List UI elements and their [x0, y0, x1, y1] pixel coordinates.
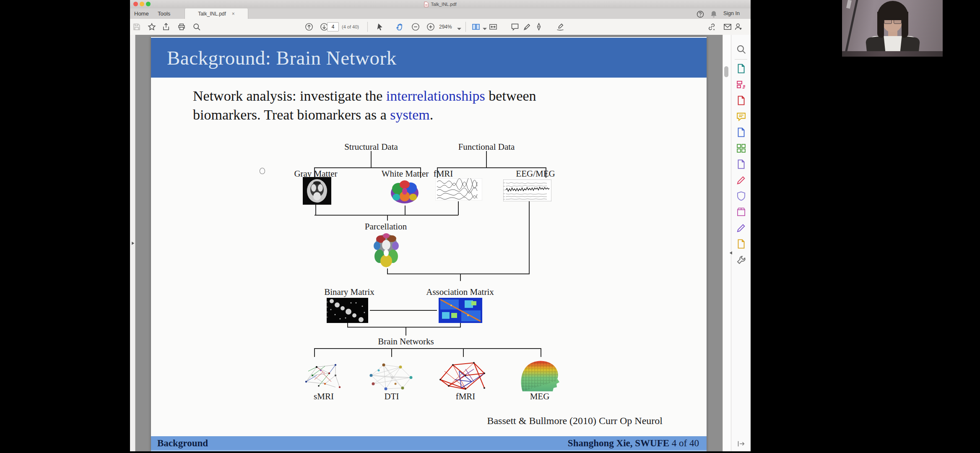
page-up-icon[interactable]: [305, 23, 313, 31]
zoom-in-icon[interactable]: [426, 23, 435, 31]
customize-icon[interactable]: [736, 255, 746, 265]
combine-files-icon[interactable]: [736, 143, 746, 154]
webcam-desk-shadow: [842, 51, 943, 57]
screen: Talk_INL.pdf Home Tools Talk_INL.pdf × S…: [0, 0, 980, 453]
search-tools-icon[interactable]: [736, 44, 746, 55]
vertical-scrollbar[interactable]: [723, 35, 731, 451]
tab-bar: Home Tools Talk_INL.pdf × Sign In: [130, 8, 751, 19]
slide-citation: Bassett & Bullmore (2010) Curr Op Neurol: [487, 415, 663, 427]
footer-author-page: Shanghong Xie, SWUFE 4 of 40: [568, 438, 699, 449]
fit-width-icon[interactable]: [489, 23, 497, 31]
minimize-window-button[interactable]: [140, 2, 144, 6]
rail-divider: [735, 59, 747, 60]
more-tools-icon[interactable]: [736, 239, 746, 249]
tab-close-icon[interactable]: ×: [232, 11, 235, 17]
page-view-icon[interactable]: [472, 23, 480, 31]
label-meg: MEG: [530, 391, 550, 402]
tripod-stand: [842, 0, 858, 57]
close-window-button[interactable]: [133, 2, 138, 6]
maximize-window-button[interactable]: [146, 2, 151, 6]
meg-head-image: [516, 359, 564, 392]
toolbar-divider: [367, 22, 368, 32]
tab-tools[interactable]: Tools: [158, 8, 170, 19]
select-arrow-icon[interactable]: [376, 23, 384, 31]
protect-icon[interactable]: [736, 191, 746, 201]
fill-sign-icon[interactable]: [736, 175, 746, 185]
webcam-overlay: [842, 0, 943, 57]
fmri-network-image: [436, 359, 495, 392]
window-title: Talk_INL.pdf: [431, 2, 456, 7]
scrollbar-thumb[interactable]: [724, 66, 728, 77]
zoom-level-dropdown[interactable]: 294%: [439, 24, 452, 30]
comment-icon[interactable]: [511, 23, 519, 31]
bell-icon[interactable]: [710, 10, 717, 17]
search-icon[interactable]: [192, 23, 201, 31]
person-add-icon[interactable]: [734, 23, 743, 31]
share-icon[interactable]: [162, 23, 170, 31]
label-dti: DTI: [385, 391, 399, 402]
envelope-icon[interactable]: [723, 23, 732, 31]
label-brain-networks: Brain Networks: [378, 336, 434, 347]
parcellation-image: [372, 232, 400, 268]
expand-panel-icon[interactable]: [737, 440, 744, 447]
page-count-label: (4 of 40): [342, 24, 359, 29]
page-number-input[interactable]: 4: [327, 22, 339, 31]
window-title-group: Talk_INL.pdf: [424, 2, 456, 7]
help-icon[interactable]: [696, 10, 703, 17]
tripod-head: [846, 0, 852, 9]
label-eeg-meg: EEG/MEG: [516, 169, 555, 179]
gray-matter-image: [303, 177, 331, 205]
pdf-page: Background: Brain Network Network analys…: [151, 37, 707, 451]
hand-cursor: [260, 168, 265, 174]
zoom-caret-icon[interactable]: [455, 25, 459, 29]
label-association-matrix: Association Matrix: [426, 287, 494, 297]
share-file-icon[interactable]: [736, 127, 746, 138]
tools-rail: [731, 35, 751, 451]
toolbar: 4 (4 of 40) 294%: [130, 19, 751, 35]
hand-tool-icon[interactable]: [395, 23, 404, 31]
footer-author: Shanghong Xie, SWUFE: [568, 438, 672, 448]
fmri-timeseries-image: [435, 178, 482, 200]
slide-footer-bar: Background Shanghong Xie, SWUFE 4 of 40: [151, 436, 707, 451]
eeg-meg-timeseries-image: [503, 180, 551, 201]
label-binary-matrix: Binary Matrix: [324, 287, 374, 297]
collapse-right-panel-icon[interactable]: [728, 250, 733, 256]
presenter-hair: [902, 12, 908, 38]
highlight-icon[interactable]: [523, 23, 531, 31]
sign-in-button[interactable]: Sign In: [723, 8, 740, 19]
create-pdf-icon[interactable]: [736, 95, 746, 106]
certificates-icon[interactable]: [736, 223, 746, 233]
page-view-caret-icon[interactable]: [481, 25, 485, 29]
comment-tool-icon[interactable]: [736, 111, 746, 122]
link-icon[interactable]: [707, 23, 716, 31]
label-functional-data: Functional Data: [458, 142, 515, 152]
association-matrix-image: [439, 298, 482, 323]
acrobat-window: Talk_INL.pdf Home Tools Talk_INL.pdf × S…: [130, 0, 751, 451]
edit-pdf-icon[interactable]: [736, 159, 746, 169]
label-smri: sMRI: [314, 391, 334, 402]
save-icon[interactable]: [133, 23, 141, 31]
tab-document-label: Talk_INL.pdf: [198, 11, 226, 17]
export-pdf-icon[interactable]: [736, 63, 746, 74]
star-icon[interactable]: [148, 23, 156, 31]
titlebar: Talk_INL.pdf: [130, 0, 751, 9]
tab-home[interactable]: Home: [134, 8, 149, 19]
binary-matrix-image: [327, 298, 368, 323]
toolbar-divider: [465, 22, 466, 32]
tab-document[interactable]: Talk_INL.pdf ×: [185, 8, 248, 19]
label-parcellation: Parcellation: [365, 221, 407, 232]
organize-pages-icon[interactable]: [736, 79, 746, 90]
zoom-out-icon[interactable]: [411, 23, 420, 31]
label-fmri-network: fMRI: [456, 391, 476, 402]
compress-pdf-icon[interactable]: [736, 207, 746, 217]
fill-sign-pen-icon[interactable]: [535, 23, 543, 31]
pdf-file-icon: [424, 2, 429, 7]
smri-network-image: [300, 359, 348, 392]
print-icon[interactable]: [177, 23, 186, 31]
label-fmri: fMRI: [434, 169, 453, 179]
dti-network-image: [363, 359, 419, 392]
sign-badge-icon[interactable]: [556, 23, 564, 31]
document-area: Background: Brain Network Network analys…: [130, 35, 751, 451]
presenter-hair: [877, 12, 884, 38]
expand-left-panel-icon[interactable]: [131, 240, 136, 246]
